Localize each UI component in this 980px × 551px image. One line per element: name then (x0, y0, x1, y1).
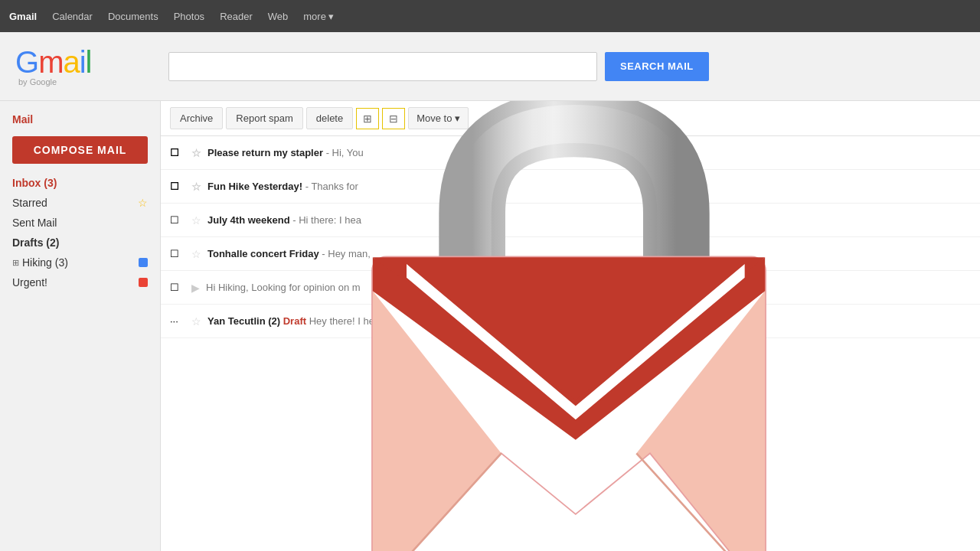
nav-documents[interactable]: Documents (108, 11, 158, 22)
email-subject: Please return my stapler - Hi, You (207, 147, 971, 158)
nav-reader[interactable]: Reader (220, 11, 253, 22)
nav-gmail[interactable]: Gmail (9, 11, 37, 22)
star-icon: ☆ (138, 197, 148, 209)
search-input[interactable] (168, 52, 597, 81)
email-subject: Tonhalle concert Friday - Hey man, (207, 248, 971, 259)
table-row[interactable]: ··· ☆ Yan Tecutlin (2) Draft Hey there! … (161, 305, 980, 338)
plus-icon: ⊞ (363, 112, 372, 125)
remove-label-button[interactable]: ⊟ (382, 108, 405, 129)
table-row[interactable]: ☐ ☆ Tonhalle concert Friday - Hey man, (161, 237, 980, 271)
by-google-label: by Google (18, 77, 57, 86)
logo-g: G (15, 45, 38, 79)
star-icon[interactable]: ☆ (191, 214, 201, 227)
sidebar-item-starred[interactable]: Starred ☆ (0, 193, 160, 213)
svg-rect-3 (561, 462, 586, 507)
table-row[interactable]: ☐ ▶ Hi Hiking, Looking for opinion on m (161, 271, 980, 305)
nav-more[interactable]: more ▾ (303, 11, 334, 22)
logo-l: l (86, 45, 92, 79)
email-subject: Hi Hiking, Looking for opinion on m (206, 282, 971, 293)
table-row[interactable]: ☐ ☆ Fun Hike Yesterday! - Thanks for (161, 170, 980, 204)
email-checkbox[interactable]: ☐ (170, 248, 185, 259)
email-checkbox[interactable]: ☐ (170, 147, 185, 158)
sidebar-item-inbox[interactable]: Inbox (3) (0, 173, 160, 193)
sent-label: Sent Mail (12, 217, 148, 229)
starred-label: Starred (12, 197, 135, 209)
nav-web[interactable]: Web (268, 11, 289, 22)
archive-button[interactable]: Archive (170, 107, 223, 129)
preview-text: - Hey man, (322, 248, 371, 259)
email-toolbar: Archive Report spam delete ⊞ ⊟ Move to ▾ (161, 101, 980, 136)
hiking-badge (139, 258, 148, 267)
svg-line-12 (636, 453, 765, 551)
svg-rect-0 (421, 334, 727, 551)
svg-point-2 (546, 434, 602, 490)
star-icon[interactable]: ☆ (191, 181, 201, 193)
gmail-logo-text: Gmail (15, 47, 91, 77)
table-row[interactable]: ☐ ☆ Please return my stapler - Hi, You (161, 136, 980, 170)
move-to-button[interactable]: Move to ▾ (408, 107, 469, 129)
email-checkbox[interactable]: ··· (170, 315, 185, 327)
preview-text: Hey there! I heard you found (309, 315, 436, 327)
urgent-label: Urgent! (12, 276, 139, 289)
star-icon[interactable]: ☆ (191, 248, 201, 260)
top-navigation: Gmail Calendar Documents Photos Reader W… (0, 0, 980, 32)
inbox-label: Inbox (3) (12, 177, 148, 189)
move-to-label: Move to ▾ (416, 112, 460, 124)
sender-name: Yan Tecutlin (2) (207, 315, 280, 327)
email-list: ☐ ☆ Please return my stapler - Hi, You ☐… (161, 136, 980, 338)
compose-mail-button[interactable]: COMPOSE MAIL (12, 136, 148, 164)
preview-text: Hi Hiking, Looking for opinion on m (206, 282, 361, 293)
report-spam-button[interactable]: Report spam (226, 107, 302, 129)
sidebar: Mail COMPOSE MAIL Inbox (3) Starred ☆ Se… (0, 101, 161, 551)
drafts-label: Drafts (2) (12, 236, 148, 249)
nav-photos[interactable]: Photos (174, 11, 204, 22)
gmail-logo: Gmail by Google (15, 47, 153, 86)
svg-marker-9 (373, 453, 765, 551)
preview-text: - Hi there: I hea (292, 214, 361, 226)
header: Gmail by Google SEARCH MAIL (0, 32, 980, 101)
table-row[interactable]: ☐ ☆ July 4th weekend - Hi there: I hea (161, 204, 980, 237)
sidebar-mail-label: Mail (0, 109, 160, 130)
search-mail-button[interactable]: SEARCH MAIL (605, 52, 709, 81)
delete-button[interactable]: delete (306, 107, 353, 129)
star-icon[interactable]: ▶ (191, 282, 200, 294)
subject-text: July 4th weekend (207, 214, 290, 226)
email-subject: Fun Hike Yesterday! - Thanks for (207, 181, 971, 192)
minus-icon: ⊟ (389, 112, 398, 125)
sidebar-item-drafts[interactable]: Drafts (2) (0, 233, 160, 253)
sidebar-item-urgent[interactable]: Urgent! (0, 272, 160, 292)
email-checkbox[interactable]: ☐ (170, 181, 185, 192)
subject-text: Please return my stapler (207, 147, 323, 158)
logo-i: i (80, 45, 86, 79)
subject-text: Tonhalle concert Friday (207, 248, 319, 259)
email-checkbox[interactable]: ☐ (170, 282, 185, 293)
star-icon[interactable]: ☆ (191, 147, 201, 159)
svg-line-11 (373, 453, 501, 551)
email-checkbox[interactable]: ☐ (170, 214, 185, 226)
preview-text: - Thanks for (305, 181, 358, 192)
add-label-button[interactable]: ⊞ (356, 108, 379, 129)
logo-a: a (63, 45, 79, 79)
preview-text: - Hi, You (326, 147, 364, 158)
sidebar-item-hiking[interactable]: ⊞ Hiking (3) (0, 253, 160, 272)
email-subject: July 4th weekend - Hi there: I hea (207, 214, 971, 226)
subject-text: Fun Hike Yesterday! (207, 181, 302, 192)
search-area: SEARCH MAIL (153, 52, 965, 81)
draft-label: Draft (283, 315, 309, 327)
logo-m: m (38, 45, 63, 79)
email-subject: Yan Tecutlin (2) Draft Hey there! I hear… (207, 315, 971, 327)
nav-calendar[interactable]: Calendar (52, 11, 93, 22)
sidebar-item-sent[interactable]: Sent Mail (0, 213, 160, 233)
expand-icon: ⊞ (12, 258, 19, 268)
star-icon[interactable]: ☆ (191, 315, 201, 328)
main-layout: Mail COMPOSE MAIL Inbox (3) Starred ☆ Se… (0, 101, 980, 551)
svg-rect-1 (434, 341, 715, 442)
hiking-label: Hiking (3) (22, 256, 139, 269)
email-area: Archive Report spam delete ⊞ ⊟ Move to ▾… (161, 101, 980, 551)
urgent-badge (139, 278, 148, 287)
